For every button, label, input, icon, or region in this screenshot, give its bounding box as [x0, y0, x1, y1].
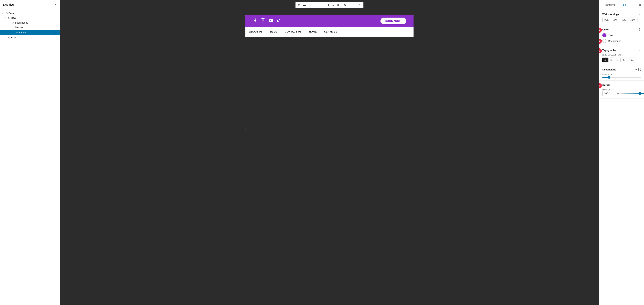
size-l-btn[interactable]: L — [615, 58, 620, 62]
tree-item-button[interactable]: › ▬ Button ⋮ — [0, 30, 60, 35]
text-align-btn[interactable]: ≡ — [331, 3, 335, 8]
expand-group-arrow[interactable]: ▾ — [2, 12, 5, 14]
right-panel: Template Block × Width settings ▲ 25% 50… — [599, 0, 644, 305]
size-options: S M L XL XXL — [602, 58, 641, 62]
size-xxl-btn[interactable]: XXL — [628, 58, 636, 62]
nav-home[interactable]: HOME — [309, 30, 317, 33]
nav-services[interactable]: SERVICES — [324, 30, 337, 33]
radius-input-row: PX ⛓ — [602, 91, 644, 96]
left-panel: List View × ▾ ⬡ Group ▾ ⬡ Row › ↗ Social… — [0, 0, 60, 305]
align-center-btn[interactable]: ✛ — [326, 3, 331, 8]
buttons-icon: ⬡ — [12, 26, 14, 29]
tree-item-group[interactable]: ▾ ⬡ Group — [0, 11, 60, 16]
tiktok-icon[interactable] — [276, 18, 281, 24]
row2-icon: ⬡ — [8, 36, 10, 39]
tree-item-row2[interactable]: › ⬡ Row — [0, 35, 60, 40]
width-settings-title: Width settings — [602, 13, 619, 16]
width-settings-header: Width settings ▲ — [602, 13, 641, 16]
format-dropdown-btn[interactable]: ▾ — [351, 3, 355, 8]
width-100-btn[interactable]: 100% — [628, 18, 638, 23]
size-xl-btn[interactable]: XL — [620, 58, 628, 62]
preview-dark-canvas — [246, 37, 414, 130]
close-right-panel-btn[interactable]: × — [639, 3, 641, 7]
expand-buttons-arrow[interactable]: ▾ — [8, 26, 11, 29]
dimensions-title: Dimensions — [602, 68, 616, 71]
close-list-view-icon[interactable]: × — [54, 3, 56, 7]
book-now-button[interactable]: BOOK NOW! — [380, 18, 406, 24]
dimensions-link-btn[interactable]: ⛓ — [638, 68, 641, 71]
typography-section: Typography ⋮ SIZE SMALL(REM) S M L XL XX… — [599, 46, 644, 65]
social-icons-row — [253, 18, 281, 24]
group-label: Group — [8, 12, 57, 15]
padding-slider-row — [602, 77, 641, 78]
canvas-area: ⊞ ▬ ⋮⋮ ↕ ⊣ ✛ ≡ ⛓ B I ▾ ⋮ — [60, 0, 599, 305]
more-options-btn[interactable]: ⋮ — [357, 3, 362, 8]
padding-slider[interactable] — [602, 77, 641, 78]
width-75-btn[interactable]: 75% — [619, 18, 628, 23]
block-toolbar: ⊞ ▬ ⋮⋮ ↕ ⊣ ✛ ≡ ⛓ B I ▾ ⋮ — [296, 2, 363, 9]
text-color-label: Text — [608, 34, 613, 37]
dimensions-section: Dimensions ⇌ ⛓ PADDING — [599, 65, 644, 81]
tree-item-buttons[interactable]: ▾ ⬡ Buttons — [0, 25, 60, 30]
width-25-btn[interactable]: 25% — [602, 18, 611, 23]
background-color-row: Background — [602, 39, 621, 43]
right-panel-header: Template Block × — [599, 0, 644, 10]
nav-blog[interactable]: BLOG — [270, 30, 278, 33]
tree-item-social-icons[interactable]: › ↗ Social Icons — [0, 20, 60, 25]
nav-about-us[interactable]: ABOUT US — [249, 30, 262, 33]
list-view-title: List View — [3, 3, 14, 6]
tab-block[interactable]: Block — [618, 2, 630, 8]
color-section-wrap: 1 Color ⋮ Text 2 Background — [599, 25, 644, 46]
width-50-btn[interactable]: 50% — [611, 18, 619, 23]
drag-btn[interactable]: ⋮⋮ — [307, 3, 315, 8]
width-settings-section: Width settings ▲ 25% 50% 75% 100% — [599, 10, 644, 25]
background-color-outer: 2 Background — [602, 39, 641, 43]
border-section-wrap: 4 Border ⋮ RADIUS PX ⛓ — [599, 81, 644, 99]
svg-rect-0 — [261, 19, 265, 22]
transform-btn[interactable]: ⊞ — [297, 3, 302, 8]
radius-unit: PX — [616, 92, 619, 95]
tab-template[interactable]: Template — [602, 2, 618, 8]
dimensions-sliders-btn[interactable]: ⇌ — [634, 68, 637, 71]
border-section: Border ⋮ RADIUS PX ⛓ — [599, 81, 644, 99]
text-color-swatch[interactable] — [602, 33, 606, 37]
group-icon: ⬡ — [6, 12, 8, 15]
text-edit-btn[interactable]: ▬ — [302, 3, 307, 8]
size-m-btn[interactable]: M — [608, 58, 614, 62]
color-section: Color ⋮ Text 2 Background — [599, 25, 644, 46]
expand-social-arrow[interactable]: › — [8, 22, 11, 24]
toolbar-divider-3 — [356, 3, 356, 7]
color-section-menu-btn[interactable]: ⋮ — [638, 28, 641, 31]
background-color-swatch[interactable] — [602, 39, 606, 43]
nav-bar: ABOUT US BLOG CONTACT US HOME SERVICES — [246, 27, 414, 37]
background-color-label: Background — [608, 40, 621, 43]
tree-item-row1[interactable]: ▾ ⬡ Row — [0, 16, 60, 20]
button-menu-icon[interactable]: ⋮ — [54, 31, 57, 34]
color-section-header: Color ⋮ — [602, 28, 641, 31]
button-icon: ▬ — [16, 31, 18, 34]
size-s-btn[interactable]: S — [602, 58, 608, 62]
typography-size-label: SIZE SMALL(REM) — [602, 54, 641, 56]
italic-btn[interactable]: I — [348, 3, 351, 8]
arrows-btn[interactable]: ↕ — [315, 3, 319, 8]
toolbar-divider-1 — [320, 3, 320, 7]
radius-input[interactable] — [602, 91, 616, 96]
tree-view: ▾ ⬡ Group ▾ ⬡ Row › ↗ Social Icons ▾ ⬡ B… — [0, 9, 60, 305]
typography-header: Typography ⋮ — [602, 48, 641, 52]
youtube-icon[interactable] — [268, 18, 273, 24]
social-icons-icon: ↗ — [12, 21, 14, 24]
nav-contact-us[interactable]: CONTACT US — [285, 30, 302, 33]
row1-icon: ⬡ — [8, 17, 10, 19]
align-left-btn[interactable]: ⊣ — [321, 3, 326, 8]
radius-slider[interactable] — [620, 93, 644, 94]
instagram-icon[interactable] — [261, 18, 265, 24]
facebook-icon[interactable] — [253, 18, 258, 24]
padding-label: PADDING — [602, 73, 641, 76]
width-settings-chevron[interactable]: ▲ — [639, 13, 641, 16]
bold-btn[interactable]: B — [343, 3, 347, 8]
link-btn[interactable]: ⛓ — [336, 3, 341, 8]
radius-label: RADIUS — [602, 89, 644, 91]
expand-row1-arrow[interactable]: ▾ — [5, 17, 8, 19]
typography-menu-btn[interactable]: ⋮ — [638, 48, 641, 52]
expand-row2-arrow[interactable]: › — [5, 37, 8, 39]
